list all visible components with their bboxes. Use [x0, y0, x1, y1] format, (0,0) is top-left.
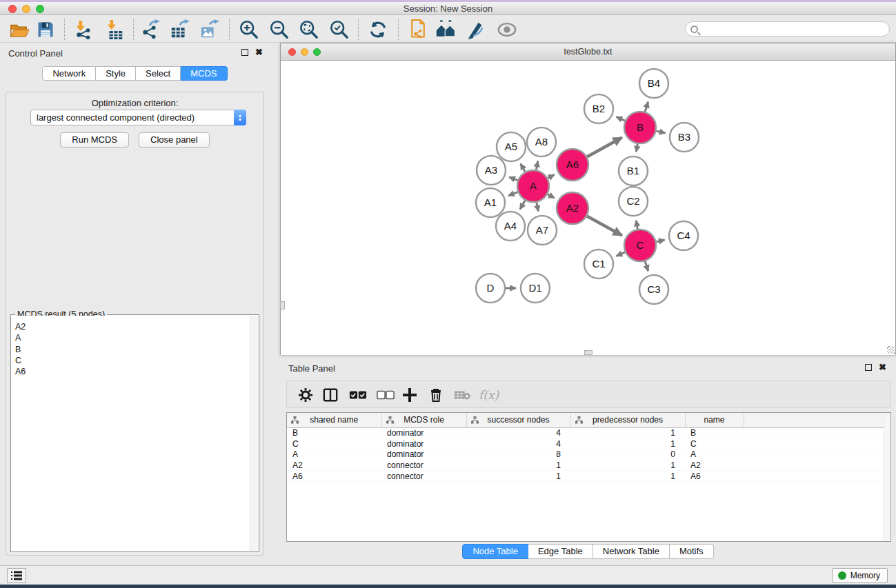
network-window-title: testGlobe.txt	[564, 47, 612, 57]
close-window-button[interactable]	[288, 48, 296, 56]
minimize-window-button[interactable]	[22, 5, 30, 13]
graph-edge-A-A8[interactable]	[536, 161, 537, 170]
scrollbar[interactable]	[250, 316, 258, 551]
zoom-fit-icon[interactable]	[297, 18, 321, 41]
close-icon[interactable]: ✖	[879, 363, 886, 372]
table-row[interactable]: A2connector11A2	[287, 460, 891, 471]
graph-edge-A-A5[interactable]	[521, 163, 526, 172]
apply-layout-icon[interactable]	[366, 18, 390, 41]
table-cell: A6	[287, 471, 381, 482]
tab-motifs[interactable]: Motifs	[670, 544, 714, 559]
zoom-window-button[interactable]	[36, 5, 44, 13]
graph-edge-A6-B[interactable]	[587, 137, 622, 156]
tab-edge-table[interactable]: Edge Table	[528, 544, 593, 559]
table-cell: 4	[466, 427, 570, 438]
table-panel: Table Panel ✖	[280, 358, 896, 562]
scrollbar-handle[interactable]	[280, 301, 285, 310]
search-input[interactable]	[701, 23, 889, 35]
graph-edge-B-B4[interactable]	[645, 102, 648, 112]
close-window-button[interactable]	[8, 5, 17, 13]
mcds-result-item[interactable]: B	[12, 344, 250, 355]
close-icon[interactable]: ✖	[255, 48, 263, 57]
export-table-icon[interactable]	[168, 18, 192, 41]
tab-network[interactable]: Network	[42, 66, 96, 81]
column-header-shared-name[interactable]: shared name	[287, 413, 381, 427]
column-header-predecessor-nodes[interactable]: predecessor nodes	[570, 413, 685, 427]
zoom-selected-icon[interactable]	[327, 18, 352, 41]
delete-table-icon[interactable]	[454, 385, 470, 405]
export-image-icon[interactable]	[197, 18, 222, 41]
mcds-result-list: A2ABCA6	[12, 316, 250, 551]
float-window-icon[interactable]	[241, 49, 248, 56]
graph-edge-A-A4[interactable]	[520, 201, 525, 210]
graph-edge-B-B1[interactable]	[636, 144, 637, 152]
open-session-icon[interactable]	[7, 18, 32, 41]
zoom-in-icon[interactable]	[237, 18, 261, 41]
table-row[interactable]: A6connector11A6	[287, 471, 891, 482]
float-window-icon[interactable]	[865, 364, 872, 371]
memory-button[interactable]: Memory	[832, 568, 888, 583]
first-neighbors-icon[interactable]	[434, 18, 459, 41]
graph-edge-A-A1[interactable]	[508, 192, 518, 196]
table-cell: C	[685, 438, 744, 449]
function-builder-icon[interactable]: f(x)	[479, 385, 499, 405]
tab-mcds[interactable]: MCDS	[181, 66, 227, 81]
create-column-icon[interactable]	[403, 385, 417, 405]
table-cell: A6	[685, 471, 744, 482]
scrollbar[interactable]	[884, 413, 890, 541]
mcds-result-item[interactable]: A2	[12, 321, 250, 332]
graph-edge-A-A6[interactable]	[548, 174, 555, 178]
scrollbar-handle[interactable]	[584, 350, 593, 355]
search-field[interactable]	[685, 21, 890, 37]
graph-edge-C-C1[interactable]	[617, 252, 626, 256]
graph-edge-B-B2[interactable]	[617, 116, 626, 121]
table-row[interactable]: Cdominator41C	[287, 438, 891, 449]
unselect-all-columns-icon[interactable]	[377, 385, 395, 405]
export-network-icon[interactable]	[139, 18, 163, 41]
graph-edge-C-C4[interactable]	[656, 240, 664, 242]
optimization-criterion-select[interactable]: largest connected component (directed) ▲…	[30, 110, 246, 125]
minimize-window-button[interactable]	[301, 48, 308, 56]
resize-grip-icon[interactable]	[887, 346, 895, 354]
toolbar-separator	[64, 19, 65, 40]
delete-column-icon[interactable]	[429, 385, 443, 405]
column-header-name[interactable]: name	[685, 413, 744, 427]
mcds-result-item[interactable]: C	[12, 355, 250, 366]
table-row[interactable]: Bdominator41B	[287, 427, 891, 438]
mcds-result-item[interactable]: A6	[12, 366, 250, 377]
graph-edge-A-A3[interactable]	[509, 177, 517, 181]
import-table-icon[interactable]	[102, 18, 127, 41]
graph-edge-A-A7[interactable]	[537, 203, 539, 212]
network-canvas[interactable]: B4B2BB3A5A8A6A3AB1A1C2A2A4A7C4CC1DD1C3	[281, 61, 895, 355]
tab-node-table[interactable]: Node Table	[462, 544, 528, 559]
table-options-icon[interactable]	[298, 385, 313, 405]
graph-edge-B-B3[interactable]	[656, 131, 665, 133]
memory-label: Memory	[850, 571, 880, 580]
show-column-icon[interactable]	[323, 385, 338, 405]
tab-network-table[interactable]: Network Table	[593, 544, 670, 559]
table-row[interactable]: Adominator80A	[287, 449, 891, 460]
column-header-successor-nodes[interactable]: successor nodes	[466, 413, 570, 427]
tab-style[interactable]: Style	[96, 66, 136, 81]
table-cell: connector	[381, 460, 466, 471]
run-mcds-button[interactable]: Run MCDS	[60, 132, 129, 148]
mcds-result-item[interactable]: A	[12, 332, 250, 343]
graph-edge-C-C3[interactable]	[645, 261, 648, 271]
task-history-button[interactable]	[7, 568, 26, 583]
show-hide-icon[interactable]	[495, 18, 519, 41]
tab-select[interactable]: Select	[136, 66, 181, 81]
graph-edge-A2-C[interactable]	[587, 216, 622, 236]
select-all-columns-icon[interactable]	[349, 385, 367, 405]
zoom-window-button[interactable]	[313, 48, 321, 56]
import-network-icon[interactable]	[71, 18, 96, 41]
graph-edge-C-C2[interactable]	[636, 221, 637, 230]
new-network-icon[interactable]	[406, 18, 430, 41]
zoom-out-icon[interactable]	[267, 18, 292, 41]
mcds-tab-content: Optimization criterion: largest connecte…	[6, 92, 264, 556]
table-cell: dominator	[381, 438, 466, 449]
column-header-MCDS-role[interactable]: MCDS role	[381, 413, 466, 427]
close-panel-button[interactable]: Close panel	[139, 132, 210, 148]
save-session-icon[interactable]	[33, 18, 58, 41]
annotation-icon[interactable]	[464, 18, 488, 41]
graph-edge-A-A2[interactable]	[548, 194, 555, 199]
